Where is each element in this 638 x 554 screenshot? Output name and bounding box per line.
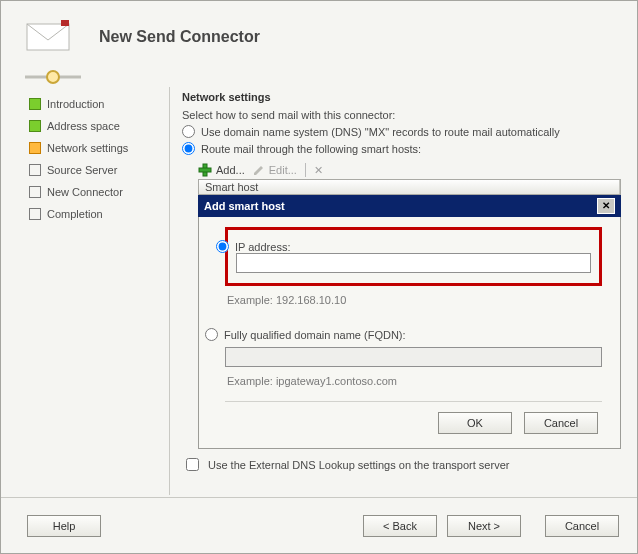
smart-host-list-header: Smart host: [198, 179, 621, 195]
cancel-button[interactable]: Cancel: [545, 515, 619, 537]
option-label: Route mail through the following smart h…: [201, 143, 421, 155]
svg-rect-0: [27, 24, 69, 50]
step-new-connector[interactable]: New Connector: [29, 181, 169, 203]
step-pending-icon: [29, 164, 41, 176]
step-pending-icon: [29, 208, 41, 220]
step-label: Address space: [47, 120, 120, 132]
svg-rect-5: [199, 168, 211, 172]
step-label: Completion: [47, 208, 103, 220]
radio-smart-hosts[interactable]: [182, 142, 195, 155]
button-label: Edit...: [269, 164, 297, 176]
x-icon: ✕: [314, 164, 323, 177]
remove-button: ✕: [314, 164, 323, 177]
step-pending-icon: [29, 186, 41, 198]
add-button[interactable]: Add...: [198, 163, 245, 177]
external-dns-checkbox[interactable]: [186, 458, 199, 471]
dialog-title-text: Add smart host: [204, 200, 285, 212]
section-title: Network settings: [182, 91, 621, 103]
dialog-button-row: OK Cancel: [225, 401, 602, 438]
step-source-server[interactable]: Source Server: [29, 159, 169, 181]
step-done-icon: [29, 98, 41, 110]
toolbar-separator: [305, 163, 306, 177]
step-label: Introduction: [47, 98, 104, 110]
step-current-icon: [29, 142, 41, 154]
plus-icon: [198, 163, 212, 177]
wizard-steps: Introduction Address space Network setti…: [1, 87, 169, 495]
fqdn-input: [225, 347, 602, 367]
dialog-close-button[interactable]: ✕: [597, 198, 615, 214]
option-label: IP address:: [235, 241, 290, 253]
dialog-body: IP address: Example: 192.168.10.10 Fully…: [198, 217, 621, 449]
step-label: New Connector: [47, 186, 123, 198]
option-fqdn[interactable]: Fully qualified domain name (FQDN):: [205, 328, 602, 341]
option-label: Fully qualified domain name (FQDN):: [224, 329, 406, 341]
ip-address-input[interactable]: [236, 253, 591, 273]
step-label: Source Server: [47, 164, 117, 176]
svg-marker-6: [254, 166, 263, 175]
step-network-settings[interactable]: Network settings: [29, 137, 169, 159]
wizard-title: New Send Connector: [81, 28, 260, 46]
option-use-dns[interactable]: Use domain name system (DNS) "MX" record…: [182, 125, 621, 138]
radio-dns[interactable]: [182, 125, 195, 138]
step-introduction[interactable]: Introduction: [29, 93, 169, 115]
option-label: Use domain name system (DNS) "MX" record…: [201, 126, 560, 138]
wizard-icon: [19, 7, 81, 67]
svg-rect-1: [61, 20, 69, 26]
fqdn-example-label: Example: ipgateway1.contoso.com: [227, 375, 602, 387]
next-button[interactable]: Next >: [447, 515, 521, 537]
back-button[interactable]: < Back: [363, 515, 437, 537]
radio-ip-address[interactable]: [216, 240, 229, 253]
wizard-header: New Send Connector: [1, 1, 637, 69]
pipe-decoration: [25, 69, 81, 87]
dialog-cancel-button[interactable]: Cancel: [524, 412, 598, 434]
step-address-space[interactable]: Address space: [29, 115, 169, 137]
radio-fqdn[interactable]: [205, 328, 218, 341]
svg-point-3: [47, 71, 59, 83]
pencil-icon: [253, 164, 265, 176]
option-smart-hosts[interactable]: Route mail through the following smart h…: [182, 142, 621, 155]
option-ip-address[interactable]: IP address:: [216, 240, 591, 253]
help-button[interactable]: Help: [27, 515, 101, 537]
smart-host-toolbar: Add... Edit... ✕: [198, 163, 621, 177]
dialog-titlebar[interactable]: Add smart host ✕: [198, 195, 621, 217]
dialog-ok-button[interactable]: OK: [438, 412, 512, 434]
step-label: Network settings: [47, 142, 128, 154]
column-smart-host[interactable]: Smart host: [199, 180, 620, 194]
wizard-main: Network settings Select how to send mail…: [169, 87, 637, 495]
ip-example-label: Example: 192.168.10.10: [227, 294, 602, 306]
button-label: Add...: [216, 164, 245, 176]
ip-address-section: IP address:: [225, 227, 602, 286]
wizard-footer: Help < Back Next > Cancel: [1, 497, 637, 553]
edit-button: Edit...: [253, 164, 297, 176]
step-completion[interactable]: Completion: [29, 203, 169, 225]
section-instruction: Select how to send mail with this connec…: [182, 109, 621, 121]
external-dns-checkbox-row[interactable]: Use the External DNS Lookup settings on …: [182, 455, 621, 474]
step-done-icon: [29, 120, 41, 132]
checkbox-label: Use the External DNS Lookup settings on …: [208, 459, 509, 471]
